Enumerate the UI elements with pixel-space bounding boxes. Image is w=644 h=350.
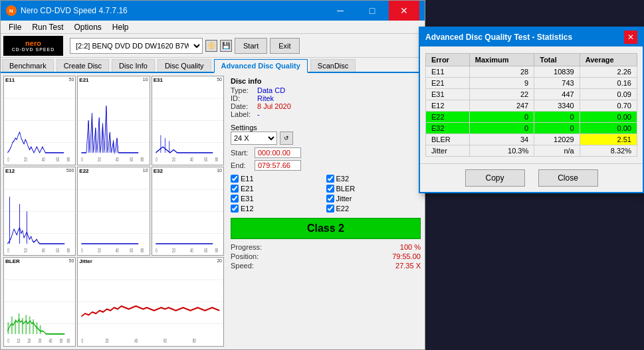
row-e31: E31 22 447 0.09	[426, 89, 637, 100]
tab-benchmark[interactable]: Benchmark	[2, 59, 54, 72]
checkbox-e32: E32	[326, 175, 421, 183]
copy-button[interactable]: Copy	[465, 169, 525, 187]
e11-max: 28	[469, 66, 534, 78]
svg-text:40: 40	[135, 338, 138, 344]
chart-e12-ymax: 500	[66, 168, 74, 173]
svg-text:80: 80	[215, 157, 218, 163]
menu-options[interactable]: Options	[68, 21, 106, 33]
e11-avg: 2.26	[580, 66, 637, 78]
menu-help[interactable]: Help	[107, 21, 134, 33]
jitter-name: Jitter	[426, 145, 470, 157]
chart-e31: E31 50 0 20 40 60 80	[152, 76, 224, 165]
svg-rect-88	[29, 317, 31, 335]
speed-selector[interactable]: 24 X	[231, 131, 277, 145]
disc-date-row: Date: 8 Jul 2020	[231, 102, 421, 110]
restore-button[interactable]: □	[357, 1, 387, 21]
speed-refresh-button[interactable]: ↺	[280, 131, 293, 145]
svg-text:40: 40	[190, 157, 193, 163]
svg-text:20: 20	[98, 247, 101, 253]
menu-run-test[interactable]: Run Test	[27, 21, 68, 33]
svg-rect-82	[7, 323, 9, 335]
chart-e21: E21 10 0 20 40 60 80	[77, 76, 150, 165]
logo: nero CD·DVD SPEED	[3, 36, 63, 56]
e12-name: E12	[426, 100, 470, 112]
e22-avg: 0.00	[580, 112, 637, 123]
checkbox-e31-label: E31	[241, 195, 254, 203]
col-error: Error	[426, 54, 470, 66]
stats-content: Error Maximum Total Average E11 28 10839…	[420, 46, 643, 163]
disc-label-row: Label: -	[231, 110, 421, 118]
minimize-button[interactable]: ─	[325, 1, 356, 21]
progress-value: 100 %	[400, 243, 421, 251]
tab-scan-disc[interactable]: ScanDisc	[310, 59, 356, 72]
svg-text:80: 80	[66, 157, 70, 163]
svg-text:0: 0	[156, 157, 157, 163]
jitter-avg: 8.32%	[580, 145, 637, 157]
bler-max: 34	[469, 134, 534, 145]
col-maximum: Maximum	[469, 54, 534, 66]
svg-text:0: 0	[156, 247, 157, 253]
checkbox-e12-input[interactable]	[231, 205, 239, 213]
svg-text:40: 40	[49, 338, 53, 344]
start-button[interactable]: Start	[235, 38, 267, 54]
svg-text:0: 0	[82, 338, 84, 344]
checkbox-e21-label: E21	[241, 185, 254, 193]
e22-max: 0	[469, 112, 534, 123]
progress-label: Progress:	[231, 243, 262, 251]
svg-text:0: 0	[82, 247, 83, 253]
svg-text:60: 60	[56, 247, 59, 253]
tab-bar: Benchmark Create Disc Disc Info Disc Qua…	[1, 58, 425, 73]
e21-total: 743	[534, 78, 580, 89]
save-icon[interactable]: 💾	[220, 40, 232, 52]
chart-e32: E32 10 0 20 40 60 80	[152, 167, 224, 256]
close-button[interactable]: Close	[538, 169, 598, 187]
end-value: 079:57.66	[255, 160, 301, 171]
checkbox-e22-label: E22	[336, 205, 350, 213]
svg-text:80: 80	[141, 157, 144, 163]
chart-e11-label: E11	[5, 77, 15, 83]
title-bar: N Nero CD-DVD Speed 4.7.7.16 ─ □ ✕	[1, 1, 425, 21]
disc-type-value: Data CD	[257, 86, 285, 94]
chart-e32-ymax: 10	[217, 168, 222, 173]
checkbox-e21-input[interactable]	[231, 185, 239, 193]
chart-e21-label: E21	[79, 77, 88, 83]
svg-text:20: 20	[172, 247, 175, 253]
exit-button[interactable]: Exit	[270, 38, 299, 54]
tab-disc-quality[interactable]: Disc Quality	[158, 59, 211, 72]
browse-icon[interactable]: 📀	[205, 40, 217, 52]
speed-label: Speed:	[231, 262, 254, 270]
svg-text:40: 40	[42, 157, 45, 163]
checkbox-bler-input[interactable]	[326, 185, 334, 193]
disc-id-label: ID:	[231, 94, 255, 102]
checkbox-e32-input[interactable]	[326, 175, 334, 183]
chart-jitter-ymax: 20	[217, 258, 222, 263]
close-button[interactable]: ✕	[389, 1, 419, 21]
window-controls: ─ □ ✕	[325, 1, 419, 21]
disc-date-value: 8 Jul 2020	[257, 102, 291, 110]
svg-text:30: 30	[39, 338, 42, 344]
stats-close-x-button[interactable]: ✕	[624, 31, 637, 44]
checkbox-jitter-label: Jitter	[336, 195, 352, 203]
e32-max: 0	[469, 123, 534, 134]
checkbox-e11-input[interactable]	[231, 175, 239, 183]
menu-file[interactable]: File	[3, 21, 27, 33]
tab-disc-info[interactable]: Disc Info	[112, 59, 155, 72]
drive-selector[interactable]: [2:2] BENQ DVD DD DW1620 B7W9	[70, 38, 203, 54]
start-time-row: Start: 000:00.00	[231, 147, 421, 158]
svg-text:40: 40	[116, 247, 119, 253]
jitter-max: 10.3%	[469, 145, 534, 157]
e12-avg: 0.70	[580, 100, 637, 112]
content-area: E11 50 0 20 40 60 80	[1, 73, 425, 349]
svg-text:40: 40	[190, 247, 193, 253]
checkbox-e31-input[interactable]	[231, 195, 239, 203]
checkbox-e22-input[interactable]	[326, 205, 334, 213]
disc-info-title: Disc info	[231, 77, 421, 85]
svg-text:60: 60	[130, 247, 134, 253]
start-label: Start:	[231, 149, 252, 157]
disc-info-section: Disc info Type: Data CD ID: Ritek Date: …	[231, 77, 421, 118]
tab-advanced-disc-quality[interactable]: Advanced Disc Quality	[214, 59, 308, 73]
svg-text:0: 0	[82, 157, 83, 163]
svg-text:80: 80	[193, 338, 196, 344]
tab-create-disc[interactable]: Create Disc	[56, 59, 109, 72]
checkbox-jitter-input[interactable]	[326, 195, 334, 203]
